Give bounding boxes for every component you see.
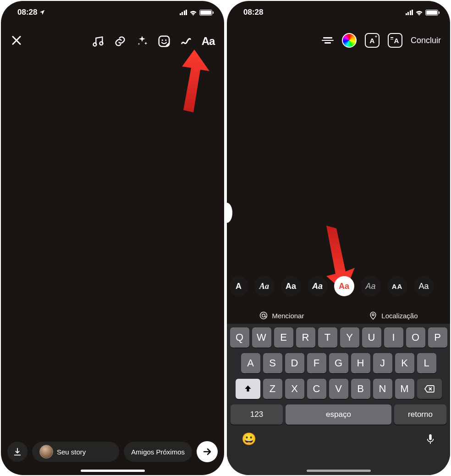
story-toolbar: Aa	[1, 34, 224, 49]
text-tool-button[interactable]: Aa	[201, 34, 215, 48]
key-o[interactable]: O	[406, 327, 425, 348]
key-backspace[interactable]	[417, 379, 442, 399]
key-f[interactable]: F	[307, 353, 326, 373]
story-bottom-bar: Seu story Amigos Próximos	[7, 441, 218, 462]
close-friends-button[interactable]: Amigos Próximos	[124, 442, 192, 462]
draw-icon[interactable]	[179, 34, 193, 48]
svg-point-7	[372, 314, 374, 315]
key-b[interactable]: B	[351, 379, 370, 399]
keyboard: Q W E R T Y U I O P A S D F G H J K L Z	[227, 324, 450, 475]
svg-point-3	[162, 39, 163, 41]
status-bar: 08:28	[1, 1, 224, 24]
link-icon[interactable]	[113, 34, 127, 48]
key-u[interactable]: U	[362, 327, 381, 348]
svg-point-4	[165, 39, 166, 41]
wifi-icon	[415, 10, 423, 16]
keyboard-footer: 😀	[229, 425, 448, 450]
key-space[interactable]: espaço	[286, 404, 391, 425]
phone-left: 08:28	[1, 1, 224, 475]
svg-point-5	[260, 312, 267, 319]
text-cursor-handle[interactable]	[227, 203, 232, 223]
cellular-signal-icon	[180, 10, 187, 15]
key-n[interactable]: N	[373, 379, 392, 399]
status-bar: 08:28	[227, 1, 450, 24]
key-q[interactable]: Q	[230, 327, 249, 348]
key-j[interactable]: J	[373, 353, 392, 373]
keyboard-row-3: Z X C V B N M	[229, 379, 448, 399]
svg-point-1	[100, 42, 103, 45]
key-k[interactable]: K	[395, 353, 414, 373]
keyboard-row-2: A S D F G H J K L	[229, 353, 448, 373]
key-g[interactable]: G	[329, 353, 348, 373]
font-option[interactable]: Aa	[414, 276, 434, 296]
mention-icon	[259, 311, 268, 320]
svg-point-6	[262, 314, 265, 317]
avatar	[39, 445, 53, 459]
emoji-button[interactable]: 😀	[242, 432, 256, 446]
svg-point-0	[94, 43, 97, 46]
send-button[interactable]	[197, 441, 218, 462]
mention-button[interactable]: Mencionar	[259, 311, 304, 320]
font-option-selected[interactable]: Aa	[334, 276, 354, 296]
cellular-signal-icon	[406, 10, 413, 15]
music-icon[interactable]	[91, 34, 105, 48]
key-l[interactable]: L	[417, 353, 436, 373]
font-option[interactable]: Aa	[254, 276, 275, 296]
text-align-button[interactable]	[322, 37, 334, 44]
shift-icon	[243, 384, 253, 393]
home-indicator[interactable]	[81, 470, 145, 472]
close-friends-label: Amigos Próximos	[131, 448, 185, 456]
annotation-arrow-left	[166, 46, 216, 115]
key-s[interactable]: S	[263, 353, 282, 373]
keyboard-row-1: Q W E R T Y U I O P	[229, 327, 448, 348]
key-w[interactable]: W	[252, 327, 271, 348]
key-r[interactable]: R	[296, 327, 315, 348]
text-aa-icon: Aa	[202, 35, 215, 48]
key-d[interactable]: D	[285, 353, 304, 373]
font-option[interactable]: Aa	[281, 276, 301, 296]
font-picker-row: A Aa Aa Aa Aa Aa AA Aa	[227, 276, 450, 296]
home-indicator[interactable]	[307, 470, 371, 472]
key-x[interactable]: X	[285, 379, 304, 399]
key-numbers[interactable]: 123	[231, 404, 283, 425]
text-style-button[interactable]: A+	[365, 33, 380, 48]
font-option[interactable]: Aa	[308, 276, 328, 296]
dictation-button[interactable]	[425, 433, 435, 445]
svg-rect-8	[429, 434, 432, 440]
your-story-label: Seu story	[57, 448, 86, 456]
key-shift[interactable]	[236, 379, 260, 399]
key-m[interactable]: M	[395, 379, 414, 399]
key-y[interactable]: Y	[340, 327, 359, 348]
font-option[interactable]: Aa	[361, 276, 381, 296]
key-return[interactable]: retorno	[394, 404, 446, 425]
phone-right: 08:28 A+ A Concluir A Aa Aa Aa Aa Aa AA …	[227, 1, 450, 475]
close-button[interactable]	[10, 34, 25, 49]
font-option[interactable]: A	[230, 276, 248, 296]
text-animation-button[interactable]: A	[388, 33, 402, 48]
font-option[interactable]: AA	[387, 276, 407, 296]
location-arrow-icon	[39, 9, 45, 16]
key-z[interactable]: Z	[263, 379, 282, 399]
location-icon	[368, 311, 378, 320]
status-time: 08:28	[17, 8, 37, 17]
status-time: 08:28	[243, 8, 263, 17]
key-a[interactable]: A	[241, 353, 260, 373]
location-button[interactable]: Localização	[368, 311, 418, 320]
key-t[interactable]: T	[318, 327, 337, 348]
color-picker-button[interactable]	[342, 33, 357, 48]
download-button[interactable]	[7, 442, 28, 462]
battery-icon	[425, 10, 438, 16]
key-c[interactable]: C	[307, 379, 326, 399]
sticker-icon[interactable]	[157, 34, 171, 48]
text-edit-toolbar: A+ A Concluir	[227, 33, 450, 48]
backspace-icon	[424, 384, 435, 393]
key-e[interactable]: E	[274, 327, 293, 348]
key-v[interactable]: V	[329, 379, 348, 399]
key-p[interactable]: P	[428, 327, 447, 348]
key-i[interactable]: I	[384, 327, 403, 348]
done-button[interactable]: Concluir	[411, 36, 441, 45]
key-h[interactable]: H	[351, 353, 370, 373]
sparkle-icon[interactable]	[135, 34, 149, 48]
suggestion-row: Mencionar Localização	[227, 311, 450, 320]
your-story-button[interactable]: Seu story	[32, 442, 119, 462]
